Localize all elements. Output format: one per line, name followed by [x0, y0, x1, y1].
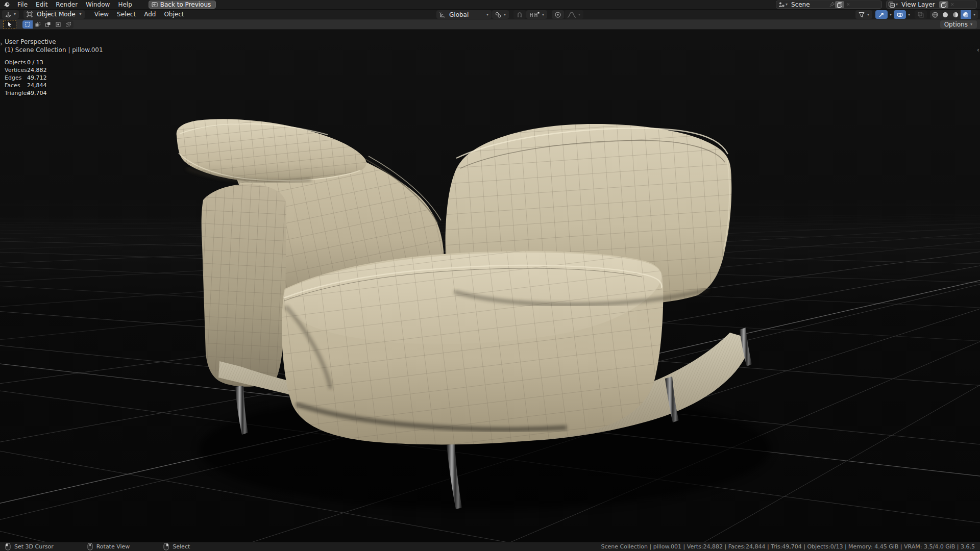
status-bar: Set 3D Cursor Rotate View Select Scene C… [0, 542, 980, 551]
active-object-label: (1) Scene Collection | pillow.001 [5, 46, 103, 54]
stat-label: Triangles [5, 89, 27, 97]
rmb-icon [163, 543, 169, 550]
proportional-falloff-selector[interactable]: ▾ [565, 10, 583, 19]
pivot-point-selector[interactable]: ▾ [492, 10, 509, 19]
new-scene-button[interactable] [835, 1, 844, 8]
material-sphere-icon [952, 11, 959, 18]
view-layer-name: View Layer [898, 1, 939, 8]
3d-viewport-icon [5, 11, 12, 18]
hint-set-3d-cursor: Set 3D Cursor [5, 543, 54, 550]
show-overlays-toggle[interactable] [894, 10, 906, 19]
hint-select: Select [163, 543, 190, 550]
view-layer-selector[interactable]: ▾ View Layer ✕ [886, 1, 977, 9]
shading-rendered-button[interactable] [961, 10, 971, 19]
remove-view-layer-icon[interactable]: ✕ [948, 2, 957, 7]
menu-add[interactable]: Add [140, 10, 160, 18]
editor-type-button[interactable]: ▾ [2, 10, 19, 19]
stat-value: 0 / 13 [27, 59, 43, 66]
select-intersect-button[interactable] [63, 20, 74, 29]
transform-snap-cluster: Global ▾ ▾ ▾ ▾ [436, 10, 584, 19]
view-layer-icon [888, 1, 895, 8]
back-arrow-icon [152, 2, 158, 8]
toolbar-expand-arrow[interactable]: › [0, 40, 3, 47]
wireframe-sphere-icon [932, 11, 939, 18]
gizmo-dropdown[interactable]: ▾ [888, 10, 893, 19]
mmb-icon [87, 543, 93, 550]
3d-viewport[interactable]: User Perspective (1) Scene Collection | … [0, 30, 980, 542]
shading-solid-button[interactable] [940, 10, 950, 19]
viewport-display-cluster: ▾ ▾ ▾ [855, 10, 978, 19]
pin-icon[interactable] [829, 2, 835, 8]
overlays-dropdown[interactable]: ▾ [906, 10, 912, 19]
scene-selector[interactable]: ▾ Scene ✕ [776, 1, 882, 9]
new-view-layer-button[interactable] [939, 1, 948, 8]
back-to-previous-button[interactable]: Back to Previous [149, 1, 216, 9]
object-visibility-selector[interactable]: ▾ [855, 10, 872, 19]
chevron-down-icon: ▾ [578, 13, 581, 17]
transform-orientation-selector[interactable]: Global ▾ [436, 10, 492, 19]
chevron-down-icon: ▾ [867, 13, 870, 17]
select-new-icon [24, 21, 31, 28]
proportional-editing-icon [554, 11, 561, 18]
options-label: Options [944, 21, 968, 28]
overlays-icon [896, 11, 903, 18]
menu-edit[interactable]: Edit [32, 1, 52, 9]
menu-view[interactable]: View [90, 10, 113, 18]
shading-wireframe-button[interactable] [930, 10, 940, 19]
select-subtract-icon [45, 21, 51, 28]
shading-mode-group: ▾ [930, 10, 978, 19]
shading-material-button[interactable] [950, 10, 961, 19]
rendered-sphere-icon [962, 11, 969, 18]
viewport-scene [0, 30, 980, 542]
shading-dropdown[interactable]: ▾ [971, 10, 978, 19]
snap-target-selector[interactable]: ▾ [526, 10, 547, 19]
chevron-down-icon: ▾ [486, 13, 489, 17]
stat-label: Vertices [5, 66, 27, 74]
sidebar-expand-arrow[interactable]: ‹ [977, 46, 979, 54]
stat-label: Objects [5, 59, 27, 66]
lmb-icon [5, 543, 11, 550]
blender-logo-icon[interactable] [3, 1, 10, 8]
chevron-down-icon: ▾ [503, 13, 506, 17]
viewport-header: ▾ Object Mode ▾ View Select Add Object G… [0, 10, 980, 19]
pivot-point-icon [495, 11, 502, 18]
select-subtract-button[interactable] [43, 20, 53, 29]
scene-name: Scene [788, 1, 829, 8]
select-invert-button[interactable] [53, 20, 63, 29]
snap-increment-icon [529, 11, 540, 18]
object-mode-icon [26, 11, 33, 18]
chevron-down-icon: ▾ [79, 12, 82, 16]
snap-toggle-button[interactable] [513, 10, 526, 19]
hint-rotate-view: Rotate View [87, 543, 130, 550]
select-extend-button[interactable] [33, 20, 43, 29]
magnet-icon [516, 11, 523, 18]
solid-sphere-icon [942, 11, 949, 18]
menu-render[interactable]: Render [52, 1, 82, 9]
select-invert-icon [55, 21, 61, 28]
mode-value: Object Mode [35, 11, 78, 18]
chevron-down-icon: ▾ [542, 13, 545, 17]
xray-toggle[interactable] [915, 10, 927, 19]
falloff-curve-icon [567, 11, 576, 18]
chevron-down-icon: ▾ [13, 12, 16, 16]
scene-icon [778, 1, 785, 8]
mode-selector[interactable]: Object Mode ▾ [23, 10, 85, 19]
back-button-label: Back to Previous [160, 1, 211, 8]
stat-value: 49,712 [27, 74, 47, 82]
orientation-value: Global [448, 11, 484, 18]
menu-object[interactable]: Object [160, 10, 188, 18]
menu-select[interactable]: Select [113, 10, 140, 18]
active-tool-tweak-button[interactable] [3, 20, 16, 29]
show-gizmo-toggle[interactable] [875, 10, 888, 19]
select-extend-icon [35, 21, 41, 28]
select-intersect-icon [65, 21, 71, 28]
menu-file[interactable]: File [13, 1, 32, 9]
menu-help[interactable]: Help [114, 1, 136, 9]
unlink-scene-icon[interactable]: ✕ [844, 2, 852, 7]
options-button[interactable]: Options ▾ [940, 20, 977, 29]
scene-statistics: Objects0 / 13 Vertices24,882 Edges49,712… [5, 59, 103, 97]
proportional-editing-toggle[interactable] [552, 10, 564, 19]
xray-icon [917, 11, 924, 18]
menu-window[interactable]: Window [82, 1, 114, 9]
select-set-button[interactable] [22, 20, 33, 29]
